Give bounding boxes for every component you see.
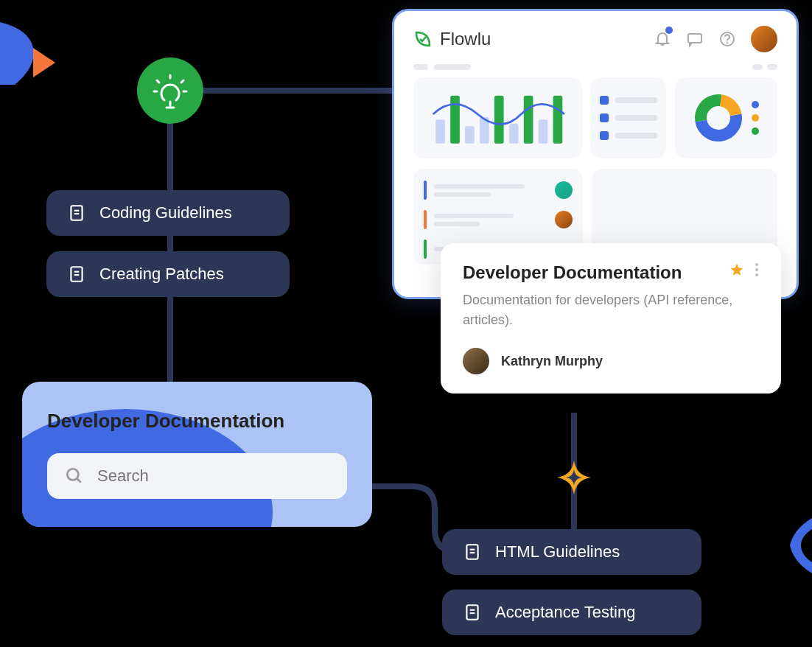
svg-point-19 bbox=[727, 43, 728, 43]
svg-rect-27 bbox=[539, 119, 548, 144]
brand-name: Flowlu bbox=[440, 29, 491, 49]
svg-rect-17 bbox=[688, 34, 701, 43]
pill-html-guidelines[interactable]: HTML Guidelines bbox=[442, 529, 701, 575]
svg-point-33 bbox=[755, 268, 758, 271]
sparkle-icon bbox=[556, 459, 592, 496]
document-icon bbox=[67, 265, 86, 284]
svg-point-32 bbox=[755, 263, 758, 266]
pill-creating-patches[interactable]: Creating Patches bbox=[46, 251, 290, 297]
svg-rect-21 bbox=[450, 96, 460, 144]
pill-label: HTML Guidelines bbox=[495, 542, 620, 562]
widget-list[interactable] bbox=[591, 77, 666, 158]
decoration-top-left bbox=[0, 22, 63, 85]
doc-author-name: Kathryn Murphy bbox=[501, 354, 603, 369]
pill-coding-guidelines[interactable]: Coding Guidelines bbox=[46, 190, 290, 236]
svg-rect-20 bbox=[435, 119, 445, 144]
document-icon bbox=[463, 603, 482, 622]
pill-label: Creating Patches bbox=[99, 265, 224, 284]
search-box[interactable] bbox=[47, 453, 347, 499]
svg-rect-22 bbox=[465, 126, 475, 144]
star-icon[interactable] bbox=[729, 262, 744, 277]
svg-rect-24 bbox=[494, 96, 504, 144]
decoration-right bbox=[779, 518, 812, 573]
svg-line-16 bbox=[77, 478, 80, 482]
notifications-button[interactable] bbox=[654, 29, 671, 49]
doc-author-avatar bbox=[463, 348, 489, 374]
idea-bulb-icon bbox=[137, 57, 203, 124]
doc-card-description: Documentation for developers (API refere… bbox=[463, 290, 759, 330]
svg-rect-25 bbox=[509, 124, 519, 144]
more-icon[interactable] bbox=[755, 262, 759, 277]
search-card-title: Developer Documentation bbox=[47, 410, 347, 433]
bell-icon bbox=[654, 29, 671, 46]
widget-chart[interactable] bbox=[413, 77, 582, 158]
user-avatar[interactable] bbox=[751, 26, 777, 52]
svg-rect-26 bbox=[524, 96, 533, 144]
document-icon bbox=[67, 203, 86, 223]
pill-label: Acceptance Testing bbox=[495, 603, 635, 622]
svg-point-34 bbox=[755, 273, 758, 276]
chat-icon[interactable] bbox=[686, 30, 704, 48]
search-icon bbox=[65, 466, 84, 486]
brand-logo-icon bbox=[413, 29, 433, 49]
document-icon bbox=[463, 542, 482, 562]
search-input[interactable] bbox=[97, 466, 329, 486]
doc-detail-card: Developer Documentation Documentation fo… bbox=[441, 243, 781, 394]
help-icon[interactable] bbox=[718, 30, 736, 48]
developer-documentation-search-card: Developer Documentation bbox=[22, 382, 372, 527]
brand: Flowlu bbox=[413, 29, 491, 49]
doc-card-title: Developer Documentation bbox=[463, 262, 682, 283]
widget-donut-chart[interactable] bbox=[675, 77, 777, 158]
svg-point-15 bbox=[67, 469, 78, 480]
pill-label: Coding Guidelines bbox=[99, 203, 232, 223]
svg-rect-28 bbox=[553, 96, 563, 144]
pill-acceptance-testing[interactable]: Acceptance Testing bbox=[442, 590, 701, 635]
